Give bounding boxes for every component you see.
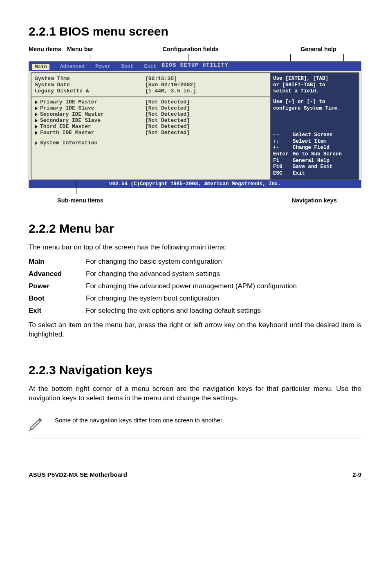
bios-tab-power[interactable]: Power [95,64,111,70]
bios-row-label: Fourth IDE Master [40,130,94,136]
bios-row-value: [Not Detected] [145,123,190,130]
page-footer: ASUS P5VD2-MX SE Motherboard 2-9 [29,471,361,478]
bios-row-label: Primary IDE Master [40,99,97,105]
diagram-top-ticks [29,54,361,61]
bios-row[interactable]: Secondary IDE Master [Not Detected] [35,111,267,117]
nav-key: +- [273,145,293,151]
bios-row[interactable]: Fourth IDE Master [Not Detected] [35,130,267,136]
label-nav-keys: Navigation keys [292,197,361,204]
def-desc: For changing the basic system configurat… [86,258,361,266]
bios-row[interactable]: Legacy Diskette A [1.44M, 3.5 in.] [35,88,267,94]
bios-row-value: [Not Detected] [145,99,190,105]
footer-left: ASUS P5VD2-MX SE Motherboard [29,471,127,478]
bios-tab-exit[interactable]: Exit [144,64,157,70]
label-general-help: General help [300,46,336,52]
bios-row-label: Primary IDE Slave [40,105,94,111]
def-term: Advanced [29,270,86,278]
nav-key-desc: Exit [293,171,305,177]
definitions-table: Main For changing the basic system confi… [29,258,361,315]
nav-key: ↑↓ [273,139,293,145]
bios-row-label: Secondary IDE Master [40,111,104,117]
bios-row-label: System Date [35,82,70,88]
nav-key: ESC [273,171,293,177]
bios-row[interactable]: Primary IDE Master [Not Detected] [35,99,267,105]
submenu-arrow-icon [35,131,38,135]
bios-row-value: [Not Detected] [145,117,190,123]
bios-titlebar: BIOS SETUP UTILITY Main Advanced Power B… [29,62,361,71]
nav-key: F10 [273,164,293,171]
nav-key-desc: Select Screen [293,132,333,139]
def-term: Power [29,282,86,290]
bios-row-label: Third IDE Master [40,123,91,130]
bios-row-value: [1.44M, 3.5 in.] [145,88,196,94]
def-desc: For selecting the exit options and loadi… [86,307,361,315]
bios-row-value: [Not Detected] [145,111,190,117]
bios-row-label: System Time [35,76,70,82]
def-term: Boot [29,294,86,303]
bios-footer: v02.54 (C)Copyright 1985-2003, American … [29,180,361,188]
def-desc: For changing the advanced system setting… [86,270,361,278]
bios-tab-main[interactable]: Main [32,64,49,70]
submenu-arrow-icon [35,106,38,110]
bios-row[interactable]: System Date [Sun 02/10/2002] [35,82,267,88]
bios-row[interactable]: Secondary IDE Slave [Not Detected] [35,117,267,123]
bios-row-label: Legacy Diskette A [35,88,89,94]
bios-help-line: Use [+] or [-] to [273,99,356,105]
bios-row[interactable]: Primary IDE Slave [Not Detected] [35,105,267,111]
bios-row-label: System Information [40,140,97,146]
section-heading-1: 2.2.1 BIOS menu screen [29,25,361,38]
def-term: Main [29,258,86,266]
diagram-top-labels: Menu items Menu bar Configuration fields… [29,46,361,52]
bios-row-value: [00:16:35] [145,76,177,82]
bios-main-panel: System Time [00:16:35] System Date [Sun … [31,72,270,180]
note-text: Some of the navigation keys differ from … [55,415,224,424]
def-term: Exit [29,307,86,315]
section-heading-3: 2.2.3 Navigation keys [29,363,361,377]
nav-key-desc: Select Item [293,139,327,145]
nav-key-desc: General Help [293,158,329,164]
label-config-fields: Configuration fields [163,46,219,52]
bios-help-line: Use [ENTER], [TAB] [273,76,356,82]
bios-tab-advanced[interactable]: Advanced [60,64,85,70]
nav-key-desc: Go to Sub Screen [293,151,342,158]
bios-tab-boot[interactable]: Boot [121,64,134,70]
submenu-arrow-icon [35,141,38,145]
bios-help-line: select a field. [273,88,356,95]
bios-row[interactable]: Third IDE Master [Not Detected] [35,123,267,130]
bios-row-value: [Not Detected] [145,130,190,136]
bios-row[interactable]: System Time [00:16:35] [35,76,267,82]
nav-key: Enter [273,151,293,158]
pencil-icon [29,415,45,433]
label-sub-menu: Sub-menu items [29,197,103,204]
submenu-arrow-icon [35,125,38,129]
nav-key-desc: Change Field [293,145,329,151]
bios-row-label: Secondary IDE Slave [40,117,101,123]
label-menu-items: Menu items [29,46,61,52]
diagram-bottom-ticks [29,188,361,195]
diagram-bottom-labels: Sub-menu items Navigation keys [29,197,361,204]
bios-nav-keys: ←→Select Screen ↑↓Select Item +-Change F… [273,132,356,177]
bios-help-line: configure System Time. [273,105,356,112]
nav-key: F1 [273,158,293,164]
footer-right: 2-9 [352,471,361,478]
bios-help-line: or [SHIFT-TAB] to [273,82,356,89]
submenu-arrow-icon [35,100,38,104]
nav-key: ←→ [273,132,293,139]
def-desc: For changing the system boot configurati… [86,294,361,303]
bios-window: BIOS SETUP UTILITY Main Advanced Power B… [29,61,361,188]
bios-row-value: [Not Detected] [145,105,190,111]
bios-row[interactable]: System Information [35,140,267,146]
def-desc: For changing the advanced power manageme… [86,282,361,290]
submenu-arrow-icon [35,119,38,123]
nav-key-desc: Save and Exit [293,164,333,171]
bios-row-value: [Sun 02/10/2002] [145,82,196,88]
bios-help-panel: Use [ENTER], [TAB] or [SHIFT-TAB] to sel… [270,72,359,180]
section-heading-2: 2.2.2 Menu bar [29,222,361,236]
submenu-arrow-icon [35,112,38,117]
label-menu-bar: Menu bar [67,46,93,52]
section2-intro: The menu bar on top of the screen has th… [29,243,361,252]
section2-outro: To select an item on the menu bar, press… [29,321,361,339]
note-block: Some of the navigation keys differ from … [29,410,361,438]
section3-body: At the bottom right corner of a menu scr… [29,384,361,403]
